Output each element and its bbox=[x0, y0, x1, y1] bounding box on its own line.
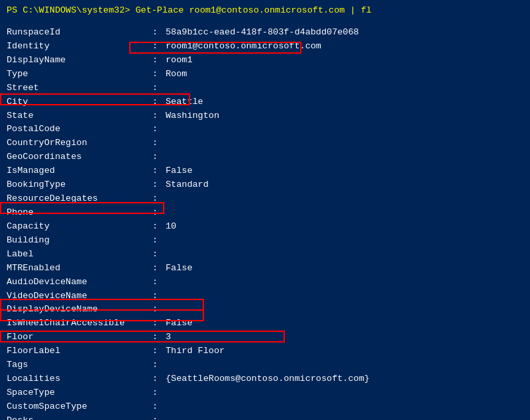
property-colon: : bbox=[152, 68, 166, 81]
property-colon: : bbox=[152, 136, 166, 150]
property-key: Street bbox=[7, 81, 152, 95]
property-value: False bbox=[166, 317, 523, 331]
table-row: PostalCode : bbox=[7, 123, 523, 136]
property-key: GeoCoordinates bbox=[7, 150, 152, 164]
table-row: MTREnabled : False bbox=[7, 262, 523, 276]
property-colon: : bbox=[152, 414, 166, 420]
property-colon: : bbox=[152, 192, 166, 206]
property-value: room1 bbox=[166, 54, 523, 68]
command-line: PS C:\WINDOWS\system32> Get-Place room1@… bbox=[7, 5, 523, 15]
property-colon: : bbox=[152, 303, 166, 317]
property-key: PostalCode bbox=[7, 123, 152, 136]
property-colon: : bbox=[152, 54, 166, 68]
property-key: State bbox=[7, 109, 152, 123]
property-key: IsWheelChairAccessible bbox=[7, 317, 152, 331]
property-key: RunspaceId bbox=[7, 26, 152, 40]
terminal-window: PS C:\WINDOWS\system32> Get-Place room1@… bbox=[0, 0, 530, 420]
table-row: Phone : bbox=[7, 206, 523, 220]
property-key: Phone bbox=[7, 206, 152, 220]
property-value: 3 bbox=[166, 331, 523, 344]
property-colon: : bbox=[152, 289, 166, 303]
table-row: FloorLabel : Third Floor bbox=[7, 344, 523, 358]
property-colon: : bbox=[152, 276, 166, 289]
property-colon: : bbox=[152, 317, 166, 331]
property-key: BookingType bbox=[7, 178, 152, 192]
property-value: Standard bbox=[166, 178, 523, 192]
property-colon: : bbox=[152, 386, 166, 400]
property-colon: : bbox=[152, 206, 166, 220]
table-row: SpaceType : bbox=[7, 386, 523, 400]
property-value: {SeattleRooms@contoso.onmicrosoft.com} bbox=[166, 372, 523, 386]
property-key: Label bbox=[7, 248, 152, 262]
table-row: Floor : 3 bbox=[7, 331, 523, 344]
property-value: False bbox=[166, 262, 523, 276]
property-key: ResourceDelegates bbox=[7, 192, 152, 206]
property-key: CountryOrRegion bbox=[7, 136, 152, 150]
property-key: IsManaged bbox=[7, 164, 152, 178]
property-colon: : bbox=[152, 178, 166, 192]
property-key: Desks bbox=[7, 414, 152, 420]
table-row: IsManaged : False bbox=[7, 164, 523, 178]
property-key: Building bbox=[7, 234, 152, 248]
table-row: Desks : bbox=[7, 414, 523, 420]
table-row: DisplayDeviceName : bbox=[7, 303, 523, 317]
property-value: False bbox=[166, 164, 523, 178]
property-key: MTREnabled bbox=[7, 262, 152, 276]
table-row: AudioDeviceName : bbox=[7, 276, 523, 289]
table-row: Building : bbox=[7, 234, 523, 248]
table-row: VideoDeviceName : bbox=[7, 289, 523, 303]
property-value: Seattle bbox=[166, 95, 523, 109]
property-value: 58a9b1cc-eaed-418f-803f-d4abdd07e068 bbox=[166, 26, 523, 40]
table-row: Capacity : 10 bbox=[7, 220, 523, 234]
table-row: Tags : bbox=[7, 358, 523, 372]
property-colon: : bbox=[152, 262, 166, 276]
property-key: City bbox=[7, 95, 152, 109]
property-colon: : bbox=[152, 400, 166, 414]
table-row bbox=[7, 21, 523, 26]
property-colon: : bbox=[152, 164, 166, 178]
property-key: Floor bbox=[7, 331, 152, 344]
property-key: SpaceType bbox=[7, 386, 152, 400]
table-row: CustomSpaceType : bbox=[7, 400, 523, 414]
table-row: Localities : {SeattleRooms@contoso.onmic… bbox=[7, 372, 523, 386]
property-key: DisplayName bbox=[7, 54, 152, 68]
property-key: Identity bbox=[7, 40, 152, 54]
property-colon: : bbox=[152, 248, 166, 262]
property-key: Capacity bbox=[7, 220, 152, 234]
property-key: DisplayDeviceName bbox=[7, 303, 152, 317]
table-row: RunspaceId : 58a9b1cc-eaed-418f-803f-d4a… bbox=[7, 26, 523, 40]
table-row: Street : bbox=[7, 81, 523, 95]
property-colon: : bbox=[152, 358, 166, 372]
property-colon: : bbox=[152, 26, 166, 40]
property-colon: : bbox=[152, 331, 166, 344]
property-colon: : bbox=[152, 123, 166, 136]
property-colon: : bbox=[152, 109, 166, 123]
table-row: Identity : room1@contoso.onmicrosoft.com bbox=[7, 40, 523, 54]
property-value: room1@contoso.onmicrosoft.com bbox=[166, 40, 523, 54]
table-row: BookingType : Standard bbox=[7, 178, 523, 192]
property-colon: : bbox=[152, 344, 166, 358]
property-value: Third Floor bbox=[166, 344, 523, 358]
output-table: RunspaceId : 58a9b1cc-eaed-418f-803f-d4a… bbox=[7, 21, 523, 420]
table-row: State : Washington bbox=[7, 109, 523, 123]
property-colon: : bbox=[152, 150, 166, 164]
table-row: ResourceDelegates : bbox=[7, 192, 523, 206]
table-row: Type : Room bbox=[7, 68, 523, 81]
table-row: Label : bbox=[7, 248, 523, 262]
property-value: Room bbox=[166, 68, 523, 81]
property-key: Tags bbox=[7, 358, 152, 372]
table-row: DisplayName : room1 bbox=[7, 54, 523, 68]
table-row: GeoCoordinates : bbox=[7, 150, 523, 164]
property-value: 10 bbox=[166, 220, 523, 234]
property-colon: : bbox=[152, 40, 166, 54]
property-colon: : bbox=[152, 95, 166, 109]
property-colon: : bbox=[152, 220, 166, 234]
table-row: CountryOrRegion : bbox=[7, 136, 523, 150]
property-colon: : bbox=[152, 372, 166, 386]
table-row: IsWheelChairAccessible : False bbox=[7, 317, 523, 331]
property-key: FloorLabel bbox=[7, 344, 152, 358]
property-key: CustomSpaceType bbox=[7, 400, 152, 414]
property-key: VideoDeviceName bbox=[7, 289, 152, 303]
table-row: City : Seattle bbox=[7, 95, 523, 109]
property-colon: : bbox=[152, 81, 166, 95]
